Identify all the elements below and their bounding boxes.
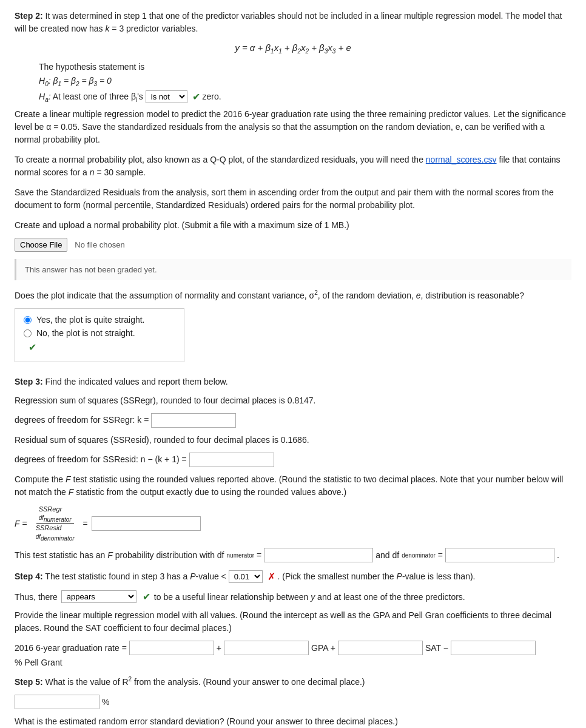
no-file-label: No file chosen: [75, 240, 124, 249]
step3-label: Step 3:: [15, 377, 43, 386]
upload-section: Create and upload a normal probability p…: [15, 219, 571, 252]
f-equals: =: [83, 519, 88, 528]
answer-not-graded: This answer has not been graded yet.: [15, 259, 571, 280]
step4-section: Step 4: The test statistic found in step…: [15, 570, 571, 667]
appears-check-icon: ✔: [143, 591, 150, 602]
h0: H0: β1 = β2 = β3 = 0: [39, 75, 571, 89]
grad-rate-label: 2016 6-year graduation rate =: [15, 643, 127, 653]
ha: Ha: At least one of three βi's is not is…: [39, 90, 571, 104]
r2-input[interactable]: [15, 695, 99, 709]
f-formula-row: F = SSRegr dfnumerator SSResid dfdenomin…: [15, 505, 571, 542]
radio-no-item: No, the plot is not straight.: [24, 328, 175, 338]
error-text: What is the estimated random error stand…: [15, 715, 571, 728]
ha-dropdown[interactable]: is not is equals: [146, 90, 187, 103]
f-denominator: SSResid dfdenominator: [33, 524, 77, 542]
upload-text: Create and upload a normal probability p…: [15, 219, 571, 232]
normal-prob-section: To create a normal probability plot, als…: [15, 153, 571, 179]
gpa-input[interactable]: [224, 641, 309, 655]
step3-section: Step 3: Find the indicated values and re…: [15, 376, 571, 562]
step2-intro: Step 2: It was determined in step 1 that…: [15, 10, 571, 35]
step4-text2: . (Pick the smallest number the P-value …: [277, 571, 475, 581]
n-label: n: [90, 167, 95, 177]
thus-row: Thus, there appears does not appear ✔ to…: [15, 590, 571, 603]
radio-yes-item: Yes, the plot is quite straight.: [24, 315, 175, 325]
dist-equals2: =: [257, 550, 261, 560]
k-value: = 3 predictor variables.: [112, 24, 198, 33]
zero-text: zero.: [203, 92, 221, 101]
r2-row: %: [15, 695, 571, 709]
radio-group-plot: Yes, the plot is quite straight. No, the…: [15, 308, 184, 362]
save-text: Save the Standardized Residuals from the…: [15, 186, 571, 212]
pell-input[interactable]: [451, 641, 536, 655]
create-text: Create a linear multiple regression mode…: [15, 108, 571, 146]
create-section: Create a linear multiple regression mode…: [15, 108, 571, 146]
step2-text1: It was determined in step 1 that one of …: [15, 11, 562, 33]
file-input-row: Choose File No file chosen: [15, 238, 571, 252]
df-ssregr-label: degrees of freedom for SSRegr: k =: [15, 415, 149, 425]
step4-pvalue-row: Step 4: The test statistic found in step…: [15, 570, 571, 584]
step5-section: Step 5: What is the value of R2 from the…: [15, 675, 571, 728]
plot-question-section: Does the plot indicate that the assumpti…: [15, 289, 571, 369]
df-ssresid-input[interactable]: [189, 453, 274, 467]
normal-scores-link[interactable]: normal_scores.csv: [426, 155, 497, 164]
radio-check-icon: ✔: [29, 342, 36, 352]
radio-no[interactable]: [24, 329, 32, 337]
sat-input[interactable]: [338, 641, 423, 655]
n-value: = 30 sample.: [96, 167, 146, 177]
dist-text3: and df: [376, 550, 399, 560]
dist-equals3: =: [438, 550, 443, 560]
ha-check-icon: ✔: [192, 92, 200, 102]
step4-text1: The test statistic found in step 3 has a…: [45, 571, 226, 581]
f-fraction: SSRegr dfnumerator SSResid dfdenominator: [33, 505, 77, 542]
hyp-intro: The hypothesis statement is: [39, 61, 571, 73]
plot-question-text: Does the plot indicate that the assumpti…: [15, 291, 524, 300]
df-ssregr-input[interactable]: [151, 413, 236, 428]
hypothesis-section: The hypothesis statement is H0: β1 = β2 …: [39, 61, 571, 104]
step4-label: Step 4:: [15, 571, 43, 581]
normal-prob-text1: To create a normal probability plot, als…: [15, 155, 423, 164]
graduation-rate-row: 2016 6-year graduation rate = + GPA + SA…: [15, 641, 571, 667]
step5-label: Step 5:: [15, 677, 43, 687]
step2-label: Step 2:: [15, 11, 43, 21]
choose-file-button[interactable]: Choose File: [15, 238, 67, 252]
df-ssresid-row: degrees of freedom for SSResid: n − (k +…: [15, 453, 571, 467]
df-distribution-row: This test statistic has an F probability…: [15, 548, 571, 562]
df-denominator-sub: denominator: [402, 552, 436, 559]
dist-text1: This test statistic has an F probability…: [15, 550, 224, 560]
pvalue-dropdown[interactable]: 0.01 0.05 0.10: [229, 570, 263, 583]
radio-no-label: No, the plot is not straight.: [36, 328, 135, 338]
f-value-input[interactable]: [92, 516, 201, 531]
intercept-input[interactable]: [129, 641, 214, 655]
k-label: k: [105, 24, 109, 33]
sat-label: SAT −: [425, 643, 448, 653]
regression-formula: y = α + β1x1 + β2x2 + β3x3 + e: [15, 42, 571, 55]
radio-yes[interactable]: [24, 316, 32, 324]
dist-period: .: [557, 550, 559, 560]
f-eq-label: F =: [15, 519, 27, 528]
percent-label: %: [102, 697, 109, 707]
step5-text1: What is the value of R2 from the analysi…: [45, 677, 365, 687]
gpa-label: GPA +: [311, 643, 335, 653]
compute-text: Compute the F test statistic using the r…: [15, 473, 571, 499]
provide-text: Provide the linear multiple regression m…: [15, 609, 571, 635]
thus-text1: Thus, there: [15, 592, 58, 602]
ha-text: At least one of three βi's: [53, 92, 143, 101]
pvalue-x-icon: ✗: [268, 571, 275, 582]
ssregr-text: Regression sum of squares (SSRegr), roun…: [15, 394, 571, 407]
df-numerator-sub: numerator: [227, 552, 255, 559]
df-denominator-input[interactable]: [445, 548, 554, 562]
step3-text: Find the indicated values and report the…: [45, 377, 228, 386]
f-numerator: SSRegr dfnumerator: [36, 505, 74, 524]
ssresid-text: Residual sum of squares (SSResid), round…: [15, 434, 571, 447]
save-section: Save the Standardized Residuals from the…: [15, 186, 571, 212]
pell-label: % Pell Grant: [15, 658, 62, 667]
df-ssresid-label: degrees of freedom for SSResid: n − (k +…: [15, 454, 187, 464]
df-numerator-input[interactable]: [264, 548, 373, 562]
df-ssregr-row: degrees of freedom for SSRegr: k =: [15, 413, 571, 428]
plus1: +: [217, 643, 221, 653]
appears-dropdown[interactable]: appears does not appear: [61, 590, 136, 603]
radio-yes-label: Yes, the plot is quite straight.: [36, 315, 144, 325]
thus-text2: to be a useful linear relationship betwe…: [154, 592, 465, 602]
